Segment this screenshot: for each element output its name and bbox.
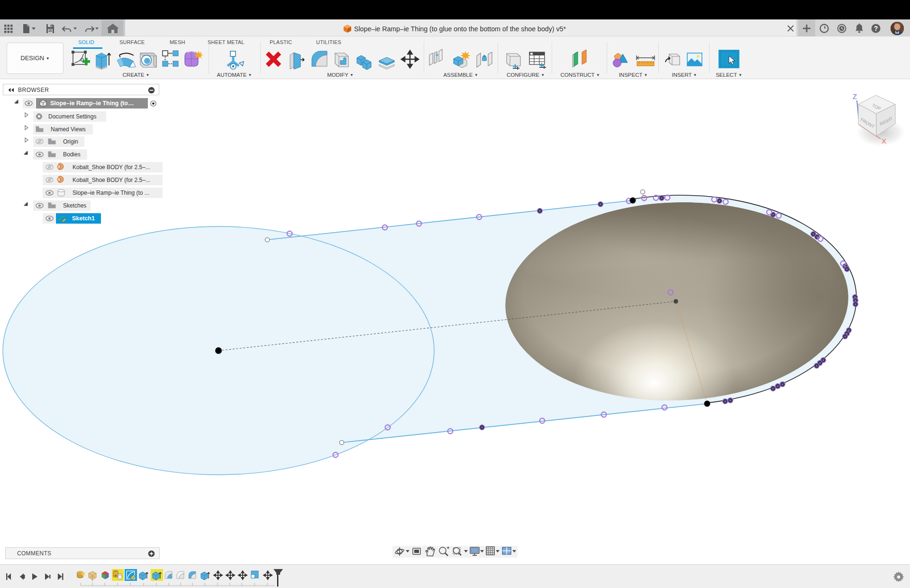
svg-text:Z: Z [853, 92, 857, 100]
svg-text:Slope–ie Ramp–ie Thing (to glu: Slope–ie Ramp–ie Thing (to glue onto the… [354, 25, 566, 33]
svg-text:X: X [882, 137, 886, 145]
svg-text:?: ? [874, 25, 878, 32]
